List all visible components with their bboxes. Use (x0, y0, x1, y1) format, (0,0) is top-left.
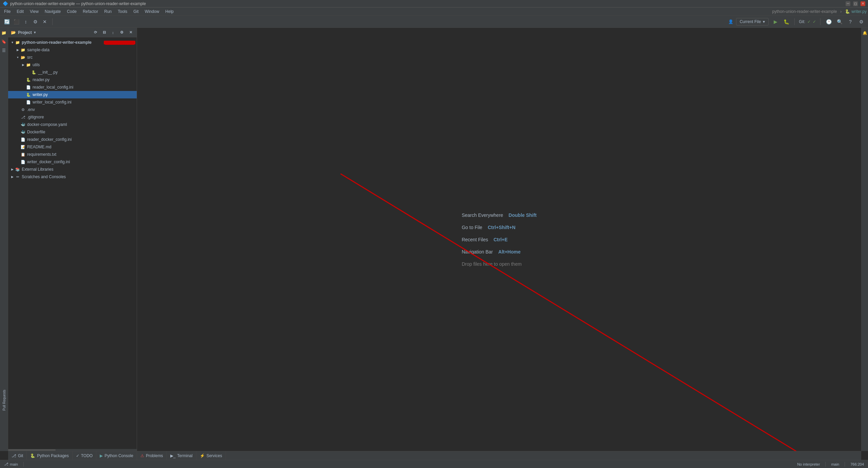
breadcrumb-file[interactable]: 🐍 writer.py (845, 9, 867, 14)
tree-root[interactable]: ▾ 📁 python-union-reader-writer-example █… (8, 39, 137, 46)
src-label: src (27, 55, 135, 60)
help-button[interactable]: ? (846, 18, 854, 26)
menu-refactor[interactable]: Refactor (80, 8, 101, 15)
menu-tools[interactable]: Tools (115, 8, 130, 15)
sort-button[interactable]: ↕ (22, 18, 30, 26)
close-button[interactable]: ✕ (861, 1, 865, 6)
menu-navigate[interactable]: Navigate (42, 8, 63, 15)
tree-sample-data[interactable]: ▶ 📁 sample-data (8, 46, 137, 54)
sync-panel-btn[interactable]: ⟳ (92, 29, 99, 36)
services-icon: ⚡ (200, 453, 205, 458)
collapse-panel-btn[interactable]: ⊟ (101, 29, 108, 36)
tree-writer-py[interactable]: 🐍 writer.py (8, 91, 137, 98)
collapse-all-button[interactable]: ⬛ (12, 18, 20, 26)
toolbar-sep-3 (820, 18, 821, 25)
sample-data-label: sample-data (27, 48, 135, 52)
bookmarks-tab[interactable]: 🔖 (0, 38, 8, 45)
sample-data-icon: 📁 (20, 47, 26, 53)
git-tab-label: Git (18, 453, 23, 458)
tree-reader-py[interactable]: 🐍 reader.py (8, 76, 137, 83)
tree-docker-compose[interactable]: 🐳 docker-compose.yaml (8, 121, 137, 128)
sync-button[interactable]: 🔄 (3, 18, 11, 26)
tree-reader-config[interactable]: 📄 reader_local_config.ini (8, 83, 137, 91)
tree-scratches[interactable]: ▶ ✏ Scratches and Consoles (8, 173, 137, 181)
file-icon: 🐍 (845, 9, 850, 14)
bottom-tabs-bar: ⎇ Git 🐍 Python Packages ✓ TODO ▶ Python … (8, 451, 861, 460)
left-activity-bar: 📁 🔖 ☰ Pull Requests (0, 28, 8, 451)
problems-tab[interactable]: ⚠ Problems (137, 451, 167, 460)
menu-git[interactable]: Git (131, 8, 141, 15)
search-button[interactable]: 🔍 (835, 18, 844, 26)
python-packages-tab[interactable]: 🐍 Python Packages (27, 451, 72, 460)
run-config-arrow: ▾ (763, 19, 765, 24)
tree-external-libs[interactable]: ▶ 📚 External Libraries (8, 166, 137, 173)
git-branch-status[interactable]: ⎇ main (3, 461, 19, 467)
ext-libs-icon: 📚 (15, 167, 20, 172)
recent-files-shortcut[interactable]: Ctrl+E (494, 237, 508, 242)
reader-docker-icon: 📄 (20, 137, 26, 142)
editor-welcome: Search Everywhere Double Shift Go to Fil… (462, 212, 537, 267)
pull-requests-icon[interactable]: Pull Requests (1, 390, 7, 410)
go-to-file-shortcut[interactable]: Ctrl+Shift+N (488, 225, 516, 230)
git-tab[interactable]: ⎇ Git (8, 451, 27, 460)
menu-code[interactable]: Code (64, 8, 79, 15)
search-everywhere-shortcut[interactable]: Double Shift (508, 212, 536, 218)
menu-bar: File Edit View Navigate Code Refactor Ru… (0, 7, 868, 16)
todo-tab[interactable]: ✓ TODO (73, 451, 96, 460)
project-dropdown-arrow[interactable]: ▾ (34, 31, 36, 34)
minimize-button[interactable]: ─ (846, 1, 850, 6)
debug-button[interactable]: 🐛 (782, 18, 790, 26)
navigation-bar-shortcut[interactable]: Alt+Home (498, 249, 521, 255)
reader-py-icon: 🐍 (26, 77, 31, 82)
drop-files-line: Drop files here to open them (462, 261, 522, 267)
close-panel-button[interactable]: ✕ (41, 18, 49, 26)
restore-button[interactable]: ◻ (853, 1, 858, 6)
run-config-dropdown[interactable]: Current File ▾ (736, 18, 769, 25)
notifications-icon[interactable]: 🔔 (861, 29, 868, 37)
no-arrow (20, 85, 26, 90)
tree-requirements[interactable]: 📋 requirements.txt (8, 151, 137, 158)
terminal-label: Terminal (177, 453, 192, 458)
menu-help[interactable]: Help (162, 8, 176, 15)
tree-env[interactable]: ⚙ .env (8, 106, 137, 113)
menu-window[interactable]: Window (142, 8, 162, 15)
tree-src[interactable]: ▾ 📂 src (8, 54, 137, 61)
settings-panel-btn[interactable]: ⚙ (118, 29, 125, 36)
menu-view[interactable]: View (27, 8, 41, 15)
sort-panel-btn[interactable]: ↕ (110, 29, 116, 36)
scratches-arrow: ▶ (9, 174, 15, 180)
writer-py-label: writer.py (33, 92, 135, 97)
structure-tab[interactable]: ☰ (0, 47, 8, 54)
right-sidebar: 🔔 (861, 28, 868, 451)
branch-status[interactable]: main (830, 462, 841, 467)
tree-utils[interactable]: ▶ 📁 utils (8, 61, 137, 69)
menu-edit[interactable]: Edit (14, 8, 26, 15)
run-button[interactable]: ▶ (771, 18, 779, 26)
menu-file[interactable]: File (1, 8, 13, 15)
svg-line-0 (341, 174, 809, 451)
interpreter-status[interactable]: No interpreter (796, 462, 821, 467)
settings-main-button[interactable]: ⚙ (857, 18, 865, 26)
no-arrow (15, 159, 20, 165)
terminal-tab[interactable]: ▶_ Terminal (167, 451, 196, 460)
tree-writer-config[interactable]: 📄 writer_local_config.ini (8, 98, 137, 106)
vertical-tabs: Pull Requests (1, 390, 7, 410)
services-tab[interactable]: ⚡ Services (196, 451, 226, 460)
dockerfile-label: Dockerfile (27, 130, 135, 134)
tree-readme[interactable]: 📝 README.md (8, 143, 137, 151)
branch-label: main (831, 462, 839, 466)
tree-writer-docker[interactable]: 📄 writer_docker_config.ini (8, 158, 137, 166)
tree-gitignore[interactable]: ⎇ .gitignore (8, 113, 137, 121)
tree-reader-docker[interactable]: 📄 reader_docker_config.ini (8, 136, 137, 143)
settings-button[interactable]: ⚙ (31, 18, 39, 26)
utils-arrow: ▶ (20, 62, 26, 68)
project-tab[interactable]: 📁 (0, 29, 8, 37)
scratches-icon: ✏ (15, 174, 20, 180)
recent-files-line: Recent Files Ctrl+E (462, 237, 507, 242)
tree-init-py[interactable]: 🐍 __init__.py (8, 69, 137, 76)
tree-dockerfile[interactable]: 🐳 Dockerfile (8, 128, 137, 136)
close-panel-btn[interactable]: ✕ (127, 29, 134, 36)
python-console-tab[interactable]: ▶ Python Console (96, 451, 137, 460)
line-col-status[interactable]: 766:204 (849, 462, 865, 467)
menu-run[interactable]: Run (101, 8, 114, 15)
